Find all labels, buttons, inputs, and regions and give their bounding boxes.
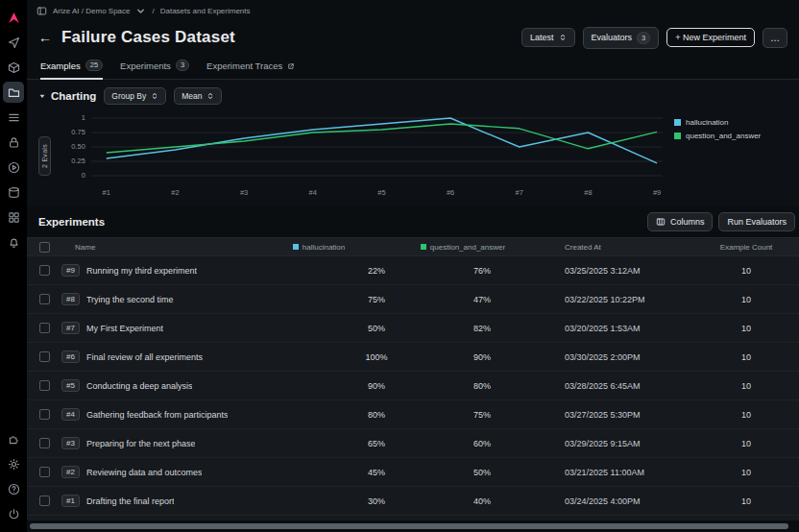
experiment-name[interactable]: Running my third experiment (86, 266, 197, 276)
scrollbar-thumb[interactable] (30, 523, 788, 529)
play-circle-icon[interactable] (3, 157, 24, 178)
question-and-answer-score: 80% (386, 381, 540, 391)
back-button[interactable]: ← (38, 31, 52, 44)
experiment-id-badge: #6 (61, 351, 80, 363)
created-at: 03/21/2025 11:00AM (540, 468, 693, 477)
row-checkbox[interactable] (39, 351, 50, 362)
experiment-name[interactable]: Conducting a deep analysis (86, 381, 193, 391)
power-icon[interactable] (3, 503, 24, 524)
run-evaluators-button[interactable]: Run Evaluators (718, 212, 795, 231)
breadcrumb-page[interactable]: Datasets and Experiments (160, 7, 251, 15)
bell-icon[interactable] (3, 231, 24, 253)
row-checkbox[interactable] (39, 496, 50, 506)
svg-text:0.25: 0.25 (71, 157, 85, 165)
latest-select[interactable]: Latest (521, 28, 575, 47)
table-header: Name hallucination question_and_answer C… (27, 237, 799, 256)
table-row[interactable]: #9Running my third experiment22%76%03/25… (27, 256, 799, 285)
legend-label: question_and_answer (686, 132, 761, 140)
tab-experiments[interactable]: Experiments3 (120, 60, 189, 80)
row-checkbox[interactable] (39, 380, 50, 391)
legend-item-hallucination[interactable]: hallucination (674, 118, 787, 127)
lock-icon[interactable] (3, 132, 24, 153)
experiment-id-badge: #1 (61, 495, 80, 507)
table-row[interactable]: #6Final review of all experiments100%90%… (27, 343, 799, 372)
experiment-name-cell: #6Final review of all experiments (61, 351, 252, 363)
table-row[interactable]: #4Gathering feedback from participants80… (27, 400, 799, 429)
aggregation-label: Mean (182, 91, 202, 101)
row-checkbox[interactable] (39, 294, 50, 304)
horizontal-scrollbar[interactable] (27, 520, 799, 532)
tabs: Examples25Experiments3Experiment Traces (27, 54, 799, 80)
created-at: 03/20/2025 1:53AM (540, 324, 693, 333)
tab-count-badge: 3 (176, 60, 189, 71)
experiment-name-cell: #8Trying the second time (61, 293, 252, 305)
experiment-name-cell: #7My First Experiment (61, 322, 252, 334)
database-icon[interactable] (3, 181, 24, 203)
sidebar-top (3, 5, 24, 254)
table-row[interactable]: #7My First Experiment50%82%03/20/2025 1:… (27, 314, 799, 343)
arize-logo[interactable] (3, 7, 24, 28)
legend-item-question_and_answer[interactable]: question_and_answer (674, 132, 787, 140)
tab-examples[interactable]: Examples25 (40, 60, 103, 80)
row-checkbox[interactable] (39, 323, 50, 333)
column-header-hallucination[interactable]: hallucination (252, 243, 386, 252)
experiment-name[interactable]: Trying the second time (86, 295, 174, 304)
help-icon[interactable] (3, 478, 24, 499)
svg-text:#3: #3 (240, 188, 248, 197)
experiment-name[interactable]: Gathering feedback from participants (86, 410, 229, 420)
experiment-id-badge: #4 (61, 408, 80, 421)
columns-button[interactable]: Columns (647, 212, 714, 231)
panel-toggle-icon[interactable] (36, 6, 47, 16)
example-count: 10 (693, 266, 799, 276)
list-icon[interactable] (3, 107, 24, 128)
column-header-name[interactable]: Name (61, 243, 252, 252)
legend-label: hallucination (686, 118, 728, 127)
experiment-name[interactable]: Drafting the final report (86, 496, 175, 506)
experiment-name[interactable]: My First Experiment (86, 324, 163, 333)
experiments-actions: Columns Run Evaluators (647, 212, 795, 231)
experiment-name-cell: #3Preparing for the next phase (61, 437, 252, 449)
experiment-name[interactable]: Preparing for the next phase (86, 439, 196, 448)
breadcrumb: Arize AI / Demo Space / Datasets and Exp… (27, 0, 799, 21)
evals-panel-toggle[interactable]: 2 Evals (38, 136, 51, 176)
example-count: 10 (693, 295, 799, 304)
aggregation-select[interactable]: Mean (174, 87, 222, 105)
table-row[interactable]: #2Reviewing data and outcomes45%50%03/21… (27, 458, 799, 487)
table-row[interactable]: #1Drafting the final report30%40%03/24/2… (27, 487, 799, 516)
package-icon[interactable] (3, 57, 24, 78)
new-experiment-button[interactable]: + New Experiment (666, 28, 755, 47)
tab-experiment-traces[interactable]: Experiment Traces (206, 60, 295, 80)
send-icon[interactable] (3, 32, 24, 53)
table-row[interactable]: #8Trying the second time75%47%03/22/2025… (27, 285, 799, 314)
column-header-question-and-answer[interactable]: question_and_answer (386, 243, 540, 252)
experiment-name[interactable]: Final review of all experiments (86, 352, 203, 362)
folder-icon[interactable] (3, 82, 24, 103)
breadcrumb-org[interactable]: Arize AI / Demo Space (53, 7, 130, 15)
select-all-checkbox[interactable] (39, 242, 50, 253)
legend-swatch (674, 119, 681, 126)
experiment-name[interactable]: Reviewing data and outcomes (86, 468, 203, 477)
overflow-menu-button[interactable]: … (763, 28, 787, 48)
row-checkbox[interactable] (39, 265, 50, 276)
grid-icon[interactable] (3, 206, 24, 228)
chevron-down-icon[interactable] (135, 6, 146, 16)
column-header-example-count[interactable]: Example Count (693, 243, 799, 252)
table-row[interactable]: #5Conducting a deep analysis90%80%03/28/… (27, 372, 799, 400)
table-row[interactable]: #3Preparing for the next phase65%60%03/2… (27, 429, 799, 458)
row-checkbox[interactable] (39, 409, 50, 420)
evaluators-button[interactable]: Evaluators 3 (583, 27, 660, 49)
gear-icon[interactable] (3, 453, 24, 474)
group-by-select[interactable]: Group By (104, 87, 166, 105)
row-checkbox[interactable] (39, 467, 50, 477)
main-content: Arize AI / Demo Space / Datasets and Exp… (27, 0, 799, 532)
row-checkbox[interactable] (39, 438, 50, 448)
column-header-created-at[interactable]: Created At (540, 243, 693, 252)
question-and-answer-swatch (421, 244, 426, 250)
svg-text:#6: #6 (447, 188, 454, 197)
puzzle-icon[interactable] (3, 428, 24, 449)
sidebar-bottom (3, 426, 24, 526)
created-at: 03/24/2025 4:00PM (540, 496, 693, 506)
experiment-name-cell: #5Conducting a deep analysis (61, 379, 252, 392)
svg-text:#4: #4 (309, 188, 317, 197)
charting-title[interactable]: Charting (38, 90, 96, 102)
